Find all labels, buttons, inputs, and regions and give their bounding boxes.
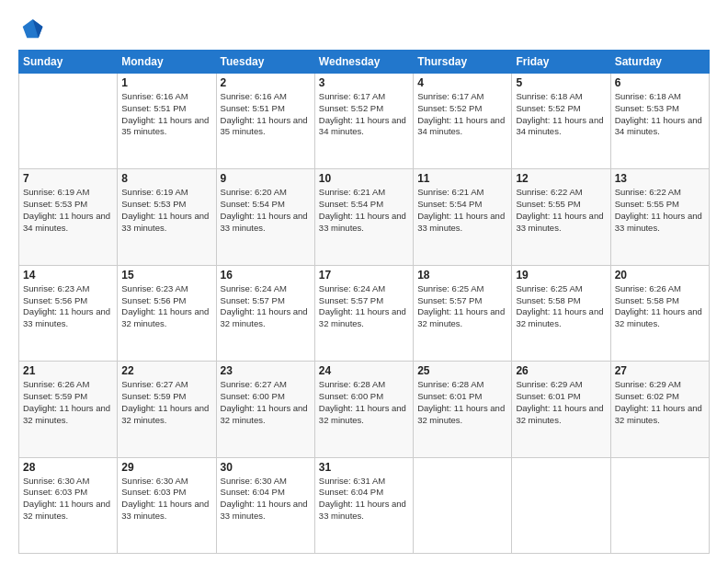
day-info: Sunrise: 6:27 AMSunset: 5:59 PMDaylight:… <box>121 379 211 426</box>
calendar-cell: 7Sunrise: 6:19 AMSunset: 5:53 PMDaylight… <box>19 169 118 265</box>
weekday-header-row: SundayMondayTuesdayWednesdayThursdayFrid… <box>19 51 710 74</box>
calendar-cell: 19Sunrise: 6:25 AMSunset: 5:58 PMDayligh… <box>512 265 610 361</box>
day-info: Sunrise: 6:24 AMSunset: 5:57 PMDaylight:… <box>319 283 409 330</box>
week-row-4: 28Sunrise: 6:30 AMSunset: 6:03 PMDayligh… <box>19 457 710 553</box>
day-info: Sunrise: 6:30 AMSunset: 6:04 PMDaylight:… <box>221 476 311 523</box>
day-number: 15 <box>121 269 211 282</box>
day-number: 16 <box>221 269 311 282</box>
calendar-cell: 11Sunrise: 6:21 AMSunset: 5:54 PMDayligh… <box>414 169 512 265</box>
calendar-cell: 16Sunrise: 6:24 AMSunset: 5:57 PMDayligh… <box>216 265 314 361</box>
calendar-cell <box>414 457 512 553</box>
calendar-cell: 31Sunrise: 6:31 AMSunset: 6:04 PMDayligh… <box>314 457 413 553</box>
day-number: 18 <box>417 269 507 282</box>
day-number: 25 <box>417 364 507 377</box>
weekday-header-friday: Friday <box>512 51 610 74</box>
day-number: 29 <box>121 461 211 474</box>
day-info: Sunrise: 6:28 AMSunset: 6:00 PMDaylight:… <box>319 379 409 426</box>
weekday-header-tuesday: Tuesday <box>216 51 314 74</box>
day-info: Sunrise: 6:23 AMSunset: 5:56 PMDaylight:… <box>23 283 113 330</box>
day-number: 30 <box>221 461 311 474</box>
calendar-cell: 3Sunrise: 6:17 AMSunset: 5:52 PMDaylight… <box>314 74 413 169</box>
week-row-1: 7Sunrise: 6:19 AMSunset: 5:53 PMDaylight… <box>19 169 710 265</box>
day-info: Sunrise: 6:21 AMSunset: 5:54 PMDaylight:… <box>319 187 409 234</box>
weekday-header-wednesday: Wednesday <box>314 51 413 74</box>
day-info: Sunrise: 6:18 AMSunset: 5:52 PMDaylight:… <box>516 91 606 138</box>
day-info: Sunrise: 6:22 AMSunset: 5:55 PMDaylight:… <box>615 187 705 234</box>
day-info: Sunrise: 6:23 AMSunset: 5:56 PMDaylight:… <box>121 283 211 330</box>
calendar-cell: 20Sunrise: 6:26 AMSunset: 5:58 PMDayligh… <box>610 265 709 361</box>
logo-icon <box>18 17 44 42</box>
page: SundayMondayTuesdayWednesdayThursdayFrid… <box>0 0 728 563</box>
day-number: 9 <box>221 172 311 185</box>
week-row-0: 1Sunrise: 6:16 AMSunset: 5:51 PMDaylight… <box>19 74 710 169</box>
calendar-cell: 9Sunrise: 6:20 AMSunset: 5:54 PMDaylight… <box>216 169 314 265</box>
day-number: 8 <box>121 172 211 185</box>
day-info: Sunrise: 6:16 AMSunset: 5:51 PMDaylight:… <box>221 91 311 138</box>
day-number: 31 <box>319 461 409 474</box>
day-info: Sunrise: 6:29 AMSunset: 6:01 PMDaylight:… <box>516 379 606 426</box>
calendar-cell: 10Sunrise: 6:21 AMSunset: 5:54 PMDayligh… <box>314 169 413 265</box>
day-info: Sunrise: 6:30 AMSunset: 6:03 PMDaylight:… <box>121 476 211 523</box>
day-number: 22 <box>121 364 211 377</box>
calendar-cell: 6Sunrise: 6:18 AMSunset: 5:53 PMDaylight… <box>610 74 709 169</box>
week-row-2: 14Sunrise: 6:23 AMSunset: 5:56 PMDayligh… <box>19 265 710 361</box>
day-info: Sunrise: 6:27 AMSunset: 6:00 PMDaylight:… <box>221 379 311 426</box>
day-number: 28 <box>23 461 113 474</box>
day-info: Sunrise: 6:30 AMSunset: 6:03 PMDaylight:… <box>23 476 113 523</box>
calendar-cell: 23Sunrise: 6:27 AMSunset: 6:00 PMDayligh… <box>216 362 314 457</box>
calendar-cell <box>610 457 709 553</box>
day-number: 10 <box>319 172 409 185</box>
day-info: Sunrise: 6:18 AMSunset: 5:53 PMDaylight:… <box>615 91 705 138</box>
calendar-cell: 18Sunrise: 6:25 AMSunset: 5:57 PMDayligh… <box>414 265 512 361</box>
day-info: Sunrise: 6:25 AMSunset: 5:57 PMDaylight:… <box>417 283 507 330</box>
logo <box>18 17 48 42</box>
week-row-3: 21Sunrise: 6:26 AMSunset: 5:59 PMDayligh… <box>19 362 710 457</box>
calendar-cell <box>19 74 118 169</box>
day-number: 3 <box>319 76 409 89</box>
day-info: Sunrise: 6:17 AMSunset: 5:52 PMDaylight:… <box>319 91 409 138</box>
weekday-header-saturday: Saturday <box>610 51 709 74</box>
day-info: Sunrise: 6:19 AMSunset: 5:53 PMDaylight:… <box>23 187 113 234</box>
day-number: 4 <box>417 76 507 89</box>
calendar-cell: 17Sunrise: 6:24 AMSunset: 5:57 PMDayligh… <box>314 265 413 361</box>
day-info: Sunrise: 6:24 AMSunset: 5:57 PMDaylight:… <box>221 283 311 330</box>
day-number: 2 <box>221 76 311 89</box>
weekday-header-sunday: Sunday <box>19 51 118 74</box>
calendar-cell: 26Sunrise: 6:29 AMSunset: 6:01 PMDayligh… <box>512 362 610 457</box>
weekday-header-monday: Monday <box>118 51 216 74</box>
calendar-cell: 29Sunrise: 6:30 AMSunset: 6:03 PMDayligh… <box>118 457 216 553</box>
day-info: Sunrise: 6:20 AMSunset: 5:54 PMDaylight:… <box>221 187 311 234</box>
weekday-header-thursday: Thursday <box>414 51 512 74</box>
day-info: Sunrise: 6:25 AMSunset: 5:58 PMDaylight:… <box>516 283 606 330</box>
day-info: Sunrise: 6:19 AMSunset: 5:53 PMDaylight:… <box>121 187 211 234</box>
day-info: Sunrise: 6:21 AMSunset: 5:54 PMDaylight:… <box>417 187 507 234</box>
day-number: 1 <box>121 76 211 89</box>
day-number: 7 <box>23 172 113 185</box>
calendar-cell: 24Sunrise: 6:28 AMSunset: 6:00 PMDayligh… <box>314 362 413 457</box>
calendar-cell: 12Sunrise: 6:22 AMSunset: 5:55 PMDayligh… <box>512 169 610 265</box>
calendar-cell: 15Sunrise: 6:23 AMSunset: 5:56 PMDayligh… <box>118 265 216 361</box>
calendar-cell: 30Sunrise: 6:30 AMSunset: 6:04 PMDayligh… <box>216 457 314 553</box>
calendar-cell: 25Sunrise: 6:28 AMSunset: 6:01 PMDayligh… <box>414 362 512 457</box>
calendar-cell: 2Sunrise: 6:16 AMSunset: 5:51 PMDaylight… <box>216 74 314 169</box>
header <box>18 17 710 42</box>
day-number: 6 <box>615 76 705 89</box>
day-info: Sunrise: 6:22 AMSunset: 5:55 PMDaylight:… <box>516 187 606 234</box>
day-number: 21 <box>23 364 113 377</box>
calendar-cell: 1Sunrise: 6:16 AMSunset: 5:51 PMDaylight… <box>118 74 216 169</box>
day-info: Sunrise: 6:16 AMSunset: 5:51 PMDaylight:… <box>121 91 211 138</box>
calendar-cell: 22Sunrise: 6:27 AMSunset: 5:59 PMDayligh… <box>118 362 216 457</box>
day-info: Sunrise: 6:26 AMSunset: 5:59 PMDaylight:… <box>23 379 113 426</box>
calendar-cell: 13Sunrise: 6:22 AMSunset: 5:55 PMDayligh… <box>610 169 709 265</box>
day-number: 5 <box>516 76 606 89</box>
day-number: 11 <box>417 172 507 185</box>
day-info: Sunrise: 6:31 AMSunset: 6:04 PMDaylight:… <box>319 476 409 523</box>
day-number: 19 <box>516 269 606 282</box>
calendar-cell: 4Sunrise: 6:17 AMSunset: 5:52 PMDaylight… <box>414 74 512 169</box>
day-number: 12 <box>516 172 606 185</box>
day-number: 13 <box>615 172 705 185</box>
calendar-table: SundayMondayTuesdayWednesdayThursdayFrid… <box>18 50 710 554</box>
day-number: 26 <box>516 364 606 377</box>
day-number: 27 <box>615 364 705 377</box>
calendar-cell: 14Sunrise: 6:23 AMSunset: 5:56 PMDayligh… <box>19 265 118 361</box>
